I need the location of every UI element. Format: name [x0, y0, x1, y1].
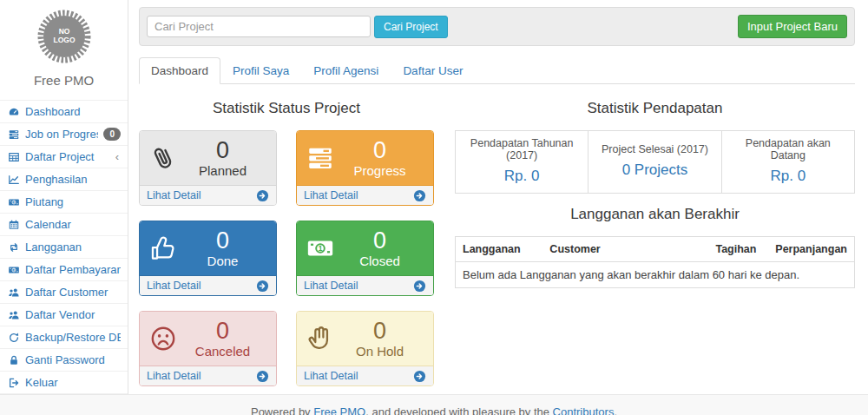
sidebar-item-label: Daftar Pembayaran	[25, 263, 121, 276]
income-stat-value[interactable]: 0 Projects	[594, 161, 715, 179]
arrow-circle-right-icon[interactable]	[413, 370, 426, 383]
tab-profil-saya[interactable]: Profil Saya	[220, 57, 301, 84]
search-input[interactable]	[147, 16, 371, 37]
status-card-closed: 1 0 Closed Lihat Detail	[296, 221, 434, 296]
no-logo-badge-icon: NO LOGO	[36, 9, 92, 64]
sidebar-item-label: Backup/Restore DB	[25, 331, 121, 344]
brand-name: Free PMO	[0, 73, 128, 88]
status-card-body: 1 0 Closed	[297, 221, 433, 275]
sidebar-item-penghasilan[interactable]: Penghasilan	[0, 168, 128, 190]
svg-text:1: 1	[13, 201, 15, 204]
arrow-circle-right-icon[interactable]	[413, 189, 426, 202]
status-badge: 0	[103, 128, 121, 141]
footer-text: , and developed with pleasure by the	[365, 405, 552, 415]
status-card-value: 0	[373, 319, 386, 343]
status-card-on-hold: 0 On Hold Lihat Detail	[296, 311, 434, 386]
status-card-label: Done	[207, 254, 239, 268]
main-content: Cari Project Input Project Baru Dashboar…	[128, 0, 868, 394]
status-card-footer: Lihat Detail	[140, 366, 276, 385]
status-card-done: 0 Done Lihat Detail	[139, 221, 277, 296]
tab-daftar-user[interactable]: Daftar User	[391, 57, 475, 84]
sidebar-item-label: Ganti Password	[25, 353, 121, 366]
income-stat-value[interactable]: Rp. 0	[727, 168, 849, 185]
paperclip-icon	[148, 143, 178, 173]
lihat-detail-link[interactable]: Lihat Detail	[304, 280, 358, 292]
svg-text:1: 1	[13, 268, 15, 272]
status-card-label: Planned	[199, 163, 247, 178]
sidebar-item-daftar-vendor[interactable]: Daftar Vendor	[0, 303, 128, 326]
income-stat-label: Pendapatan Tahunan (2017)	[461, 137, 582, 161]
chevron-left-icon: ‹	[115, 150, 121, 163]
tab-dashboard[interactable]: Dashboard	[139, 57, 220, 84]
retweet-icon	[8, 241, 20, 254]
status-section: Statistik Status Project 0 Planned Lihat…	[139, 95, 434, 386]
dashboard-body: Statistik Status Project 0 Planned Lihat…	[139, 95, 855, 386]
sidebar-item-label: Piutang	[25, 195, 121, 208]
tasks-icon	[306, 143, 335, 173]
arrow-circle-right-icon[interactable]	[256, 189, 269, 202]
sidebar-item-label: Daftar Customer	[25, 286, 121, 299]
subscription-section-title: Langganan akan Berakhir	[455, 206, 855, 223]
arrow-circle-right-icon[interactable]	[413, 280, 426, 293]
hand-icon	[306, 324, 335, 353]
income-stats-table: Pendapatan Tahunan (2017) Rp. 0 Project …	[455, 130, 855, 194]
sidebar-item-label: Keluar	[25, 376, 121, 389]
sidebar-item-langganan[interactable]: Langganan	[0, 235, 128, 258]
lihat-detail-link[interactable]: Lihat Detail	[147, 370, 201, 382]
status-card-footer: Lihat Detail	[297, 185, 433, 205]
lihat-detail-link[interactable]: Lihat Detail	[147, 189, 201, 201]
sidebar-item-label: Daftar Project	[25, 150, 110, 163]
table-icon	[8, 151, 20, 163]
table-row: Belum ada Langganan yang akan berakhir d…	[456, 262, 855, 288]
sidebar-item-ganti-password[interactable]: Ganti Password	[0, 348, 128, 371]
income-stat-cell: Project Selesai (2017) 0 Projects	[589, 131, 721, 194]
subscription-empty-message: Belum ada Langganan yang akan berakhir d…	[456, 262, 855, 288]
arrow-circle-right-icon[interactable]	[256, 370, 269, 383]
sidebar-item-piutang[interactable]: 1 Piutang	[0, 190, 128, 213]
income-stat-value[interactable]: Rp. 0	[461, 168, 582, 185]
status-card-footer: Lihat Detail	[297, 366, 433, 385]
lihat-detail-link[interactable]: Lihat Detail	[304, 370, 358, 382]
lihat-detail-link[interactable]: Lihat Detail	[304, 189, 358, 201]
income-stat-label: Pendapatan akan Datang	[727, 137, 849, 161]
signout-icon	[8, 377, 20, 389]
status-card-footer: Lihat Detail	[297, 275, 433, 295]
page-footer: Powered by Free PMO, and developed with …	[0, 394, 868, 415]
status-card-footer: Lihat Detail	[140, 275, 276, 295]
input-project-baru-button[interactable]: Input Project Baru	[738, 15, 847, 38]
status-card-footer: Lihat Detail	[140, 185, 276, 205]
sidebar-item-label: Daftar Vendor	[25, 308, 121, 321]
sidebar-item-label: Dashboard	[25, 105, 121, 118]
refresh-icon	[8, 332, 20, 344]
sidebar-item-daftar-project[interactable]: Daftar Project ‹	[0, 145, 128, 168]
subscription-column-header: Tagihan	[708, 237, 768, 262]
status-card-value: 0	[373, 138, 386, 162]
users-icon	[8, 287, 20, 299]
sidebar-item-daftar-customer[interactable]: Daftar Customer	[0, 280, 128, 303]
status-card-body: 0 Planned	[140, 131, 276, 185]
sidebar-item-label: Penghasilan	[25, 173, 121, 186]
search-button[interactable]: Cari Project	[374, 16, 448, 38]
sidebar-item-dashboard[interactable]: Dashboard	[0, 100, 128, 122]
search-panel: Cari Project Input Project Baru	[139, 7, 855, 46]
sidebar-item-daftar-pembayaran[interactable]: 1 Daftar Pembayaran	[0, 258, 128, 280]
dashboard-icon	[8, 106, 20, 118]
lihat-detail-link[interactable]: Lihat Detail	[147, 280, 201, 292]
sidebar-item-keluar[interactable]: Keluar	[0, 371, 128, 394]
sidebar-item-backup-restore-db[interactable]: Backup/Restore DB	[0, 326, 128, 348]
sidebar: NO LOGO Free PMO Dashboard Job on Progre…	[0, 0, 128, 394]
status-cards: 0 Planned Lihat Detail 0 Progress Lihat …	[139, 130, 434, 386]
sidebar-item-label: Calendar	[25, 218, 121, 231]
contributors-link[interactable]: Contributors	[553, 405, 615, 415]
sidebar-item-calendar[interactable]: Calendar	[0, 213, 128, 235]
tab-profil-agensi[interactable]: Profil Agensi	[301, 57, 391, 84]
status-card-planned: 0 Planned Lihat Detail	[139, 130, 277, 206]
status-card-label: Closed	[359, 254, 400, 268]
status-card-body: 0 Done	[140, 221, 276, 275]
sidebar-item-job-on-progress[interactable]: Job on Progress 0	[0, 122, 128, 145]
frown-icon	[148, 324, 178, 353]
logo-area: NO LOGO Free PMO	[0, 0, 128, 100]
arrow-circle-right-icon[interactable]	[256, 280, 269, 293]
income-section-title: Statistik Pendapatan	[455, 100, 855, 117]
free-pmo-link[interactable]: Free PMO	[313, 405, 365, 415]
